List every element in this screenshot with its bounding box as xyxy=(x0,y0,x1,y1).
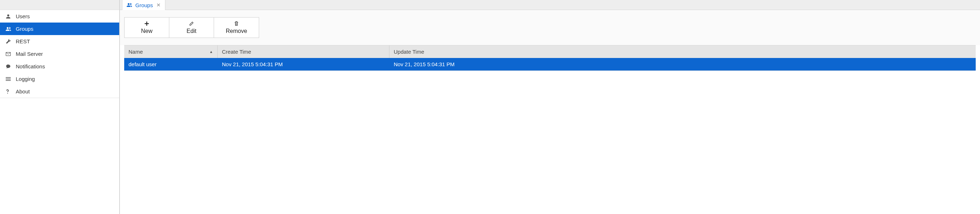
wrench-icon xyxy=(6,39,16,44)
sidebar-item-label: Notifications xyxy=(16,63,45,70)
edit-button[interactable]: Edit xyxy=(169,17,214,38)
sort-asc-icon: ▲ xyxy=(209,50,213,54)
user-icon xyxy=(6,14,16,19)
plus-icon xyxy=(144,21,149,26)
button-label: Edit xyxy=(186,28,197,34)
sidebar-item-users[interactable]: Users xyxy=(0,10,119,22)
tab-bar: Groups ✕ xyxy=(120,0,980,10)
sidebar-item-groups[interactable]: Groups xyxy=(0,22,119,35)
sidebar: Users Groups REST Mail Server Notificati… xyxy=(0,0,119,214)
main: Groups ✕ New Edit Remove xyxy=(119,0,980,214)
column-header-update-time[interactable]: Update Time xyxy=(389,46,976,58)
new-button[interactable]: New xyxy=(124,17,169,38)
users-icon xyxy=(6,27,16,32)
svg-rect-1 xyxy=(6,77,11,78)
chat-icon xyxy=(6,64,16,69)
column-header-name[interactable]: Name ▲ xyxy=(124,46,217,58)
sidebar-item-rest[interactable]: REST xyxy=(0,35,119,48)
tab-label: Groups xyxy=(135,2,153,8)
sidebar-item-label: Groups xyxy=(16,26,33,32)
groups-table: Name ▲ Create Time Update Time default u… xyxy=(124,45,976,71)
column-header-create-time[interactable]: Create Time xyxy=(217,46,389,58)
cell-name: default user xyxy=(124,58,217,70)
sidebar-item-label: Mail Server xyxy=(16,51,43,57)
divider xyxy=(0,98,119,98)
svg-rect-3 xyxy=(6,80,11,81)
cell-update-time: Nov 21, 2015 5:04:31 PM xyxy=(389,58,976,70)
edit-icon xyxy=(189,21,194,26)
sidebar-item-label: REST xyxy=(16,38,30,44)
sidebar-item-logging[interactable]: Logging xyxy=(0,73,119,85)
table-row[interactable]: default user Nov 21, 2015 5:04:31 PM Nov… xyxy=(124,58,976,70)
column-label: Name xyxy=(129,49,143,55)
sidebar-item-about[interactable]: About xyxy=(0,85,119,98)
toolbar: New Edit Remove xyxy=(120,10,980,45)
bars-icon xyxy=(6,77,16,81)
sidebar-item-mail-server[interactable]: Mail Server xyxy=(0,48,119,60)
remove-button[interactable]: Remove xyxy=(214,17,259,38)
button-label: Remove xyxy=(226,28,247,34)
column-label: Update Time xyxy=(394,49,424,55)
sidebar-item-label: Logging xyxy=(16,76,35,82)
svg-rect-2 xyxy=(6,78,11,79)
close-icon[interactable]: ✕ xyxy=(156,2,161,8)
sidebar-item-label: Users xyxy=(16,13,30,19)
svg-rect-5 xyxy=(145,23,149,24)
table-header: Name ▲ Create Time Update Time xyxy=(124,46,976,58)
button-label: New xyxy=(141,28,153,34)
cell-create-time: Nov 21, 2015 5:04:31 PM xyxy=(217,58,389,70)
column-label: Create Time xyxy=(222,49,251,55)
trash-icon xyxy=(234,21,239,26)
question-icon xyxy=(6,89,16,94)
mail-icon xyxy=(6,52,16,56)
sidebar-header xyxy=(0,0,119,10)
users-icon xyxy=(127,3,132,8)
tab-groups[interactable]: Groups ✕ xyxy=(122,0,165,10)
sidebar-item-label: About xyxy=(16,89,30,95)
sidebar-item-notifications[interactable]: Notifications xyxy=(0,60,119,73)
